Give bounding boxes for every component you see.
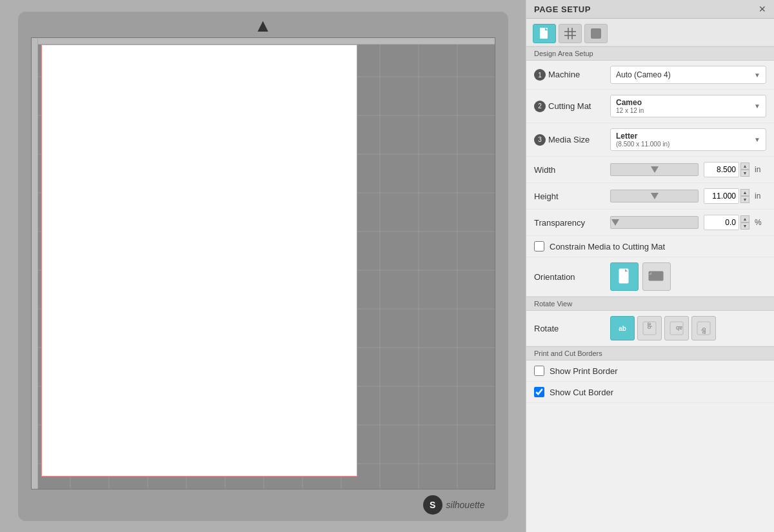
cutting-mat-row: 2Cutting Mat Cameo 12 x 12 in ▼ [526, 90, 774, 123]
section-rotate-view: Rotate View [526, 297, 774, 311]
transparency-unit: % [755, 218, 766, 227]
height-label: Height [534, 192, 605, 201]
orientation-label: Orientation [534, 272, 605, 282]
rotate90-icon: ab [642, 321, 657, 335]
design-page [41, 44, 357, 477]
step2-circle: 2 [534, 101, 546, 112]
rotate-buttons: ab ab ab ab [610, 316, 716, 340]
transparency-row: Transparency ▲ ▼ % [526, 210, 774, 236]
rotate-btn-90[interactable]: ab [637, 316, 662, 340]
height-slider[interactable] [610, 190, 699, 202]
machine-label: 1Machine [534, 69, 605, 81]
width-row: Width ▲ ▼ in [526, 157, 774, 183]
orientation-row: Orientation [526, 257, 774, 297]
orient-portrait-button[interactable] [610, 262, 639, 291]
width-spin: ▲ ▼ [740, 163, 749, 177]
rotate-row: Rotate ab ab ab ab [526, 311, 774, 346]
machine-dropdown[interactable]: Auto (Cameo 4) ▼ [610, 66, 766, 84]
landscape-icon [648, 270, 665, 283]
rotate-btn-180[interactable]: ab [664, 316, 689, 340]
rotate270-icon: ab [697, 321, 711, 335]
media-size-label: 3Media Size [534, 134, 605, 146]
tab-grid[interactable] [559, 24, 582, 43]
step1-circle: 1 [534, 69, 546, 81]
rotate-label: Rotate [534, 324, 605, 333]
transparency-spin: ▲ ▼ [740, 215, 749, 230]
constrain-label[interactable]: Constrain Media to Cutting Mat [550, 242, 665, 251]
width-slider[interactable] [610, 163, 699, 176]
machine-row: 1Machine Auto (Cameo 4) ▼ [526, 61, 774, 90]
svg-text:ab: ab [700, 328, 707, 334]
panel-tabs [526, 19, 774, 46]
cutting-mat-dropdown[interactable]: Cameo 12 x 12 in ▼ [610, 95, 766, 117]
ruler-left [32, 38, 38, 489]
width-slider-area [610, 163, 699, 176]
height-spin: ▲ ▼ [740, 189, 749, 203]
transparency-thumb [611, 219, 619, 226]
machine-dropdown-arrow: ▼ [754, 72, 760, 79]
section-borders: Print and Cut Borders [526, 346, 774, 360]
width-label: Width [534, 165, 605, 175]
cutting-mat-sub: 12 x 12 in [616, 107, 644, 114]
print-border-label[interactable]: Show Print Border [550, 366, 618, 376]
height-input-wrap: ▲ ▼ [704, 188, 749, 204]
orient-landscape-button[interactable] [642, 262, 671, 291]
cutting-mat: ▲ [18, 12, 508, 521]
transparency-spin-down[interactable]: ▼ [740, 222, 749, 230]
constrain-row: Constrain Media to Cutting Mat [526, 236, 774, 257]
media-size-sub: (8.500 x 11.000 in) [616, 141, 670, 148]
width-thumb [651, 166, 659, 173]
silhouette-logo: S [423, 495, 442, 515]
panel-header: PAGE SETUP ✕ [526, 0, 774, 19]
width-input-wrap: ▲ ▼ [704, 162, 749, 177]
cutting-mat-info: Cameo 12 x 12 in [616, 98, 644, 114]
section-design-area: Design Area Setup [526, 46, 774, 61]
panel-title: PAGE SETUP [534, 5, 591, 14]
transparency-spin-up[interactable]: ▲ [740, 215, 749, 222]
print-border-checkbox[interactable] [534, 366, 544, 376]
close-button[interactable]: ✕ [759, 4, 766, 14]
print-border-row: Show Print Border [526, 360, 774, 382]
machine-value: Auto (Cameo 4) [616, 70, 671, 79]
cut-border-checkbox[interactable] [534, 387, 544, 397]
page-icon [539, 27, 550, 40]
constrain-checkbox[interactable] [534, 241, 544, 251]
portrait-icon [618, 268, 631, 285]
ruler-top [32, 38, 495, 44]
media-size-dropdown[interactable]: Letter (8.500 x 11.000 in) ▼ [610, 128, 766, 151]
svg-text:ab: ab [646, 322, 653, 329]
cutting-mat-dropdown-arrow: ▼ [754, 103, 760, 110]
width-unit: in [755, 165, 766, 174]
media-size-info: Letter (8.500 x 11.000 in) [616, 132, 670, 148]
width-spin-down[interactable]: ▼ [740, 170, 749, 177]
height-thumb [651, 193, 659, 199]
rotate-btn-0[interactable]: ab [610, 316, 635, 340]
transparency-slider[interactable] [610, 216, 699, 229]
rotate180-icon: ab [670, 321, 684, 335]
mat-grid [31, 37, 495, 489]
transparency-input[interactable] [704, 215, 739, 230]
height-row: Height ▲ ▼ in [526, 183, 774, 210]
height-spin-up[interactable]: ▲ [740, 189, 749, 196]
height-unit: in [755, 192, 766, 201]
transparency-slider-area [610, 216, 699, 229]
tab-settings[interactable] [584, 24, 608, 43]
transparency-label: Transparency [534, 218, 605, 228]
cutting-mat-label: 2Cutting Mat [534, 101, 605, 112]
height-input[interactable] [704, 188, 739, 204]
media-size-dropdown-arrow: ▼ [754, 136, 760, 143]
step3-circle: 3 [534, 134, 546, 146]
tab-page[interactable] [533, 24, 556, 43]
mat-bottom-strip: S silhouette [31, 489, 495, 521]
transparency-input-wrap: ▲ ▼ [704, 215, 749, 230]
mat-arrow-icon: ▲ [254, 17, 272, 35]
width-spin-up[interactable]: ▲ [740, 163, 749, 170]
width-input[interactable] [704, 162, 739, 177]
svg-rect-27 [591, 28, 601, 39]
height-spin-down[interactable]: ▼ [740, 196, 749, 203]
height-slider-area [610, 190, 699, 202]
svg-text:ab: ab [676, 325, 682, 331]
grid-icon [564, 28, 576, 39]
rotate-btn-270[interactable]: ab [691, 316, 716, 340]
cut-border-label[interactable]: Show Cut Border [550, 388, 613, 397]
